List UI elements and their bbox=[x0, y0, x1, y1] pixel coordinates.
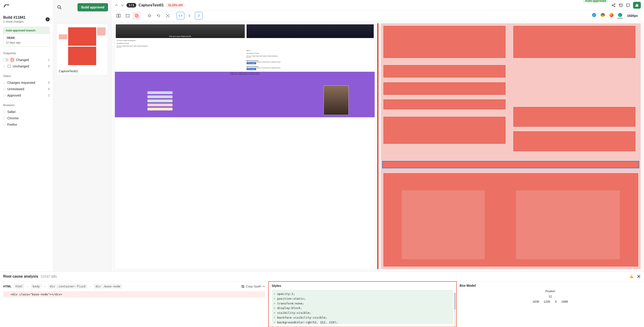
svg-point-6 bbox=[614, 4, 615, 4]
svg-rect-12 bbox=[119, 14, 120, 17]
baseline-pane[interactable]: Give up on your dream and die. Too Tired… bbox=[115, 23, 375, 269]
chrome-icon bbox=[601, 13, 605, 17]
svg-rect-15 bbox=[136, 15, 138, 17]
svg-point-7 bbox=[614, 6, 615, 7]
branch-name-badge: HEAD bbox=[6, 36, 16, 40]
close-button[interactable] bbox=[637, 274, 641, 279]
snapshot-counter: 1 / 1 bbox=[126, 3, 136, 7]
filter-firefox[interactable]: Firefox bbox=[3, 121, 50, 128]
style-line: transform:none; bbox=[277, 302, 304, 305]
copy-xpath-button[interactable]: Copy Xpath bbox=[241, 285, 265, 288]
browser-edge-tab[interactable] bbox=[617, 13, 623, 18]
filter-changed[interactable]: Changed 1 bbox=[3, 57, 50, 63]
auto-approved-branch-label: Auto-approved branch: bbox=[4, 27, 50, 34]
rca-html-label: HTML bbox=[3, 285, 12, 288]
svg-point-25 bbox=[167, 15, 168, 16]
filter-safari[interactable]: Safari bbox=[3, 109, 50, 115]
svg-line-21 bbox=[148, 14, 149, 15]
comment-button[interactable] bbox=[626, 3, 630, 7]
svg-point-5 bbox=[612, 5, 613, 6]
crumb-part[interactable]: div .base-node bbox=[94, 284, 122, 289]
next-down-button[interactable] bbox=[120, 3, 124, 7]
filter-changed-count: 1 bbox=[48, 58, 50, 61]
svg-rect-26 bbox=[631, 276, 632, 277]
edge-icon bbox=[618, 13, 622, 17]
share-button[interactable] bbox=[611, 3, 616, 7]
radio-icon bbox=[3, 65, 6, 67]
thumbs-up-button[interactable] bbox=[633, 2, 641, 9]
prev-up-button[interactable] bbox=[115, 3, 118, 7]
svg-line-23 bbox=[148, 17, 149, 17]
snapshot-list: Build approved CaptureTest01 bbox=[53, 0, 112, 272]
search-button[interactable] bbox=[56, 4, 63, 10]
scrollbar[interactable] bbox=[454, 293, 456, 327]
warning-icon[interactable] bbox=[630, 274, 634, 279]
focus-button[interactable] bbox=[164, 12, 172, 19]
single-view-button[interactable] bbox=[124, 12, 132, 19]
removed-line: -<div class="base-node"></div> bbox=[3, 291, 265, 297]
viewport-selector[interactable]: 1920px bbox=[624, 12, 641, 19]
box-x: X bbox=[555, 300, 557, 303]
brightness-button[interactable] bbox=[146, 12, 153, 19]
box-left: 1638 bbox=[532, 300, 539, 303]
browser-safari-label: Safari bbox=[7, 110, 16, 114]
crumb-part[interactable]: body bbox=[31, 284, 42, 289]
auto-approved-tag: Auto-approved bbox=[583, 0, 608, 3]
browser-safari-tab[interactable] bbox=[591, 13, 597, 18]
section-browsers: Browsers bbox=[3, 104, 50, 107]
browser-chrome-label: Chrome bbox=[7, 116, 19, 120]
box-width: 1205 bbox=[544, 300, 550, 303]
blank-icon bbox=[7, 64, 11, 68]
svg-rect-14 bbox=[135, 14, 138, 16]
side-by-side-button[interactable] bbox=[115, 12, 122, 19]
next-diff-button[interactable] bbox=[195, 12, 202, 19]
browser-firefox-tab[interactable] bbox=[609, 13, 614, 18]
info-icon[interactable]: i bbox=[46, 17, 50, 21]
filter-approved[interactable]: Approved 1 bbox=[3, 92, 50, 99]
crumb-part[interactable]: div .container-fluid bbox=[48, 284, 87, 289]
section-snapshots: Snapshots bbox=[3, 52, 50, 55]
code-view-button[interactable] bbox=[176, 12, 184, 19]
build-approved-button[interactable]: Build approved bbox=[78, 3, 108, 11]
svg-rect-11 bbox=[117, 14, 118, 17]
browser-chrome-tab[interactable] bbox=[600, 13, 606, 18]
toggle-icon[interactable] bbox=[3, 58, 9, 61]
filter-unchanged[interactable]: Unchanged 0 bbox=[3, 63, 50, 69]
history-icon bbox=[618, 3, 623, 7]
overlay-view-button[interactable] bbox=[133, 12, 140, 19]
filter-unchanged-label: Unchanged bbox=[13, 64, 29, 68]
svg-point-3 bbox=[58, 5, 60, 8]
refresh-button[interactable] bbox=[155, 12, 162, 19]
removed-code: <div class="base-node"></div> bbox=[10, 293, 62, 296]
crumb-part[interactable]: html bbox=[14, 284, 24, 289]
rca-boxmodel-column: Box Model Position 12 1638 1205 X 1896 bbox=[456, 282, 644, 327]
filter-unreviewed[interactable]: Unreviewed 0 bbox=[3, 86, 50, 92]
filter-cr-count: 0 bbox=[48, 81, 50, 84]
browser-firefox-label: Firefox bbox=[7, 123, 17, 126]
comment-icon bbox=[626, 3, 630, 7]
diff-icon bbox=[10, 58, 14, 62]
branch-time: 12 days ago bbox=[6, 41, 47, 44]
svg-line-24 bbox=[150, 14, 151, 15]
diff-pane[interactable] bbox=[381, 23, 641, 269]
filter-chrome[interactable]: Chrome bbox=[3, 115, 50, 121]
build-title: Build #11841 bbox=[3, 15, 26, 19]
snapshot-caption: CaptureTest01 bbox=[59, 69, 106, 73]
safari-icon bbox=[592, 13, 596, 17]
svg-line-22 bbox=[150, 17, 151, 17]
svg-line-8 bbox=[613, 4, 614, 5]
rca-styles-column: Styles +opacity:1; +position:static; +tr… bbox=[268, 281, 457, 327]
section-status: Status bbox=[3, 74, 50, 78]
main-panel: 1 / 1 CaptureTest01 52.25% diff Auto-app… bbox=[112, 0, 644, 272]
rca-html-column: HTML html› body› div .container-fluid› d… bbox=[0, 282, 268, 327]
share-icon bbox=[611, 3, 616, 7]
filter-unreviewed-label: Unreviewed bbox=[7, 87, 24, 91]
svg-rect-31 bbox=[242, 286, 244, 288]
filter-changed-label: Changed bbox=[16, 58, 29, 62]
filter-approved-count: 1 bbox=[48, 94, 50, 97]
svg-rect-0 bbox=[11, 58, 13, 61]
snapshot-thumbnail-card[interactable]: CaptureTest01 bbox=[56, 24, 108, 75]
history-button[interactable] bbox=[618, 3, 623, 7]
filter-changes-requested[interactable]: Changes requested 0 bbox=[3, 79, 50, 86]
prev-diff-button[interactable] bbox=[186, 12, 194, 19]
